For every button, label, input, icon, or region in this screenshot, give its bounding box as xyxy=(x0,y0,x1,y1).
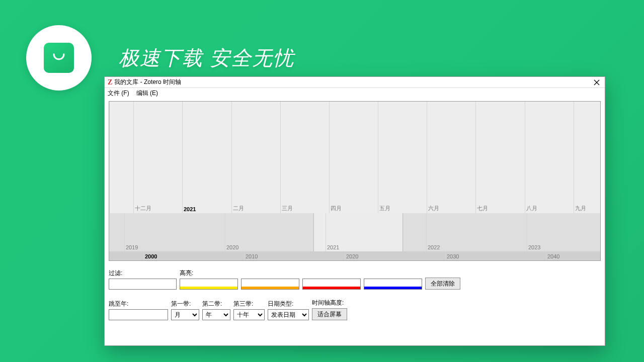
filter-input[interactable] xyxy=(109,279,177,290)
timeline-gridline xyxy=(280,102,281,213)
menubar: 文件 (F) 编辑 (E) xyxy=(105,88,605,98)
timeline-tick-label: 2020 xyxy=(345,253,358,259)
zotero-logo-icon: Z xyxy=(108,79,112,86)
timeline-tick-label: 2040 xyxy=(546,253,559,259)
timeline-height-label: 时间轴高度: xyxy=(312,299,347,307)
timeline-tick-label: 2022 xyxy=(426,244,440,250)
close-icon xyxy=(594,79,600,85)
timeline-tick-label: 六月 xyxy=(427,205,439,212)
timeline-gridline xyxy=(427,102,427,213)
timeline-gridline xyxy=(231,102,232,213)
brand-logo-circle xyxy=(26,25,92,90)
band3-label: 第三带: xyxy=(233,300,265,308)
timeline[interactable]: 十二月2021二月三月四月五月六月七月八月九月 2019202020212022… xyxy=(109,101,601,261)
close-button[interactable] xyxy=(592,78,602,87)
timeline-band-1[interactable]: 十二月2021二月三月四月五月六月七月八月九月 xyxy=(109,102,600,213)
datetype-label: 日期类型: xyxy=(268,300,309,308)
timeline-tick-label: 2000 xyxy=(143,253,157,259)
timeline-tick-label: 五月 xyxy=(378,205,390,212)
timeline-gridline xyxy=(109,102,110,213)
band2-select[interactable]: 年 xyxy=(202,309,230,320)
timeline-tick-label: 八月 xyxy=(525,205,537,212)
jump-to-year-label: 跳至年: xyxy=(109,300,168,308)
band3-select[interactable]: 十年 xyxy=(233,309,265,320)
timeline-gridline xyxy=(378,102,378,213)
menu-file[interactable]: 文件 (F) xyxy=(108,89,129,98)
clear-all-button[interactable]: 全部清除 xyxy=(425,278,460,290)
timeline-tick-label: 2023 xyxy=(527,244,540,250)
brand-logo-square xyxy=(44,43,74,73)
timeline-tick-label: 2030 xyxy=(445,253,459,259)
timeline-tick-label: 十二月 xyxy=(133,205,151,212)
highlight-label: 高亮: xyxy=(180,269,422,278)
datetype-select[interactable]: 发表日期 xyxy=(268,309,309,320)
jump-to-year-input[interactable] xyxy=(109,309,168,320)
window-title: 我的文库 - Zotero 时间轴 xyxy=(114,78,181,86)
filter-label: 过滤: xyxy=(109,269,177,278)
menu-edit[interactable]: 编辑 (E) xyxy=(136,89,158,98)
timeline-tick-label: 三月 xyxy=(280,205,293,212)
page-headline: 极速下载 安全无忧 xyxy=(119,44,294,72)
timeline-tick-label: 2021 xyxy=(326,244,339,250)
timeline-gridline xyxy=(475,102,476,213)
timeline-tick-label: 2010 xyxy=(244,253,258,259)
timeline-gridline xyxy=(525,102,525,213)
timeline-gridline xyxy=(182,102,183,213)
timeline-gridline xyxy=(329,102,330,213)
band2-label: 第二带: xyxy=(202,300,230,308)
timeline-tick-label: 2021 xyxy=(182,206,196,212)
timeline-gridline xyxy=(574,102,574,213)
timeline-gridline xyxy=(133,102,134,213)
timeline-tick-label: 二月 xyxy=(231,205,244,212)
timeline-band-2[interactable]: 20192020202120222023 xyxy=(109,213,600,251)
zotero-timeline-window: Z 我的文库 - Zotero 时间轴 文件 (F) 编辑 (E) 十二月202… xyxy=(104,76,605,346)
band1-select[interactable]: 月 xyxy=(171,309,199,320)
timeline-tick-label: 四月 xyxy=(329,205,342,212)
fit-screen-button[interactable]: 适合屏幕 xyxy=(312,308,347,320)
timeline-tick-label: 2019 xyxy=(124,244,138,250)
titlebar[interactable]: Z 我的文库 - Zotero 时间轴 xyxy=(105,77,605,88)
band1-label: 第一带: xyxy=(171,300,199,308)
shopping-bag-icon xyxy=(50,49,67,66)
timeline-tick-label: 九月 xyxy=(574,205,586,212)
timeline-tick-label: 2020 xyxy=(225,244,238,250)
timeline-band-3[interactable]: 20002010202020302040 xyxy=(109,251,600,260)
timeline-tick-label: 七月 xyxy=(475,205,488,212)
